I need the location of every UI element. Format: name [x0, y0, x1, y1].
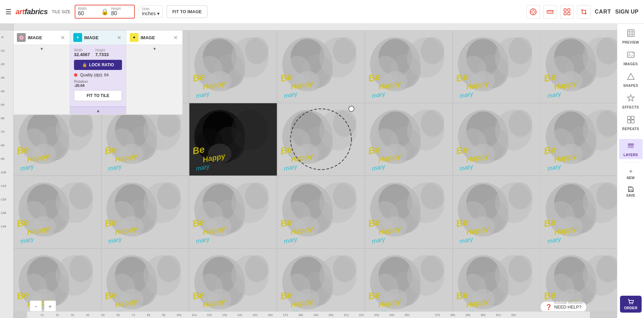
svg-rect-13: [564, 13, 566, 15]
br-101: 101: [176, 313, 181, 317]
br-181: 181: [298, 313, 303, 317]
quality-label: Quality (dpi): 64: [80, 73, 109, 77]
layers-row: 🌸 IMAGE ✕ ✦ IMAGE ✕ ✦ I: [14, 30, 182, 45]
layer-3-expand[interactable]: ▾: [126, 45, 182, 52]
tile-size-inputs: Width 🔒 Height: [75, 5, 135, 19]
crop-icon: [580, 8, 588, 16]
zoom-controls: － ＋: [30, 300, 56, 313]
cart-button[interactable]: CART: [595, 9, 611, 15]
canvas[interactable]: Be Happy mary: [14, 30, 617, 318]
units-select[interactable]: Units Inches ▾: [139, 5, 163, 18]
svg-point-52: [349, 106, 354, 112]
images-button[interactable]: IMAGES: [619, 48, 643, 68]
preview-label: PREVIEW: [622, 41, 639, 44]
svg-rect-14: [568, 13, 570, 15]
repeats-icon: [627, 116, 635, 126]
image-controls-panel: Width 32.4067 Height 7.7333: [70, 45, 126, 106]
fit-to-tile-button[interactable]: FIT TO TILE: [74, 90, 122, 101]
layer-1-thumb: 🌸: [17, 33, 26, 42]
svg-rect-42: [189, 103, 277, 176]
br-271: 271: [435, 313, 440, 317]
shapes-icon: [627, 72, 635, 82]
layer-1-expand[interactable]: ▾: [14, 45, 70, 52]
svg-rect-67: [631, 120, 634, 123]
header-icons: [526, 5, 591, 19]
width-input[interactable]: [78, 10, 98, 17]
height-input[interactable]: [111, 10, 131, 17]
signup-button[interactable]: SIGN UP: [615, 9, 639, 15]
v-ruler-neg39: -39: [0, 76, 4, 79]
br-141: 141: [237, 313, 242, 317]
v-ruler-neg29: -29: [0, 63, 4, 66]
new-button[interactable]: ＋ NEW: [620, 165, 642, 182]
collapse-active-panel[interactable]: ▴: [70, 106, 126, 114]
br-281: 281: [450, 313, 455, 317]
fit-to-image-button[interactable]: FIT TO IMAGE: [167, 5, 207, 18]
layer-1[interactable]: 🌸 IMAGE ✕: [14, 30, 70, 45]
quality-dot: [74, 73, 77, 77]
lock-ratio-button[interactable]: 🔒 LOCK RATIO: [74, 60, 122, 70]
svg-rect-70: [628, 147, 634, 148]
layer-2-name: IMAGE: [84, 35, 99, 40]
v-ruler-neg79: -79: [0, 130, 4, 133]
ruler-icon: [546, 8, 554, 16]
layer-3[interactable]: ✦ IMAGE ✕: [126, 30, 182, 45]
v-ruler-neg9: -9: [1, 35, 3, 39]
order-button[interactable]: ORDER: [620, 296, 642, 313]
effects-button[interactable]: EFFECTS: [619, 91, 643, 112]
layer-3-delete[interactable]: ✕: [172, 34, 179, 41]
target-icon-button[interactable]: [526, 5, 540, 19]
v-ruler-neg69: -69: [0, 117, 4, 120]
tile-size-label: TILE SIZE: [52, 9, 70, 14]
bottom-ruler: 11 21 31 41 51 61 71 81 91 101 111 121 1…: [27, 311, 590, 318]
v-ruler-neg119: -119: [0, 184, 6, 188]
v-ruler-neg99: -99: [0, 157, 4, 161]
br-171: 171: [283, 313, 288, 317]
grid-icon-button[interactable]: [560, 5, 574, 19]
rotation-row: Rotation -20.04: [74, 79, 122, 88]
img-width-value: 32.4067: [74, 52, 90, 57]
cart-icon: [627, 298, 634, 305]
zoom-in-button[interactable]: ＋: [44, 300, 56, 313]
img-height-label: Height: [95, 48, 109, 52]
layer-2-delete[interactable]: ✕: [116, 34, 123, 41]
svg-rect-71: [629, 190, 632, 192]
br-301: 301: [480, 313, 486, 317]
br-21: 21: [56, 313, 59, 317]
svg-point-74: [631, 303, 633, 304]
hamburger-menu[interactable]: ☰: [5, 8, 11, 16]
lock-button[interactable]: 🔒: [100, 8, 110, 16]
br-241: 241: [389, 313, 394, 317]
quality-row: Quality (dpi): 64: [74, 73, 122, 77]
layers-button[interactable]: LAYERS: [619, 139, 643, 159]
layers-icon: [627, 142, 635, 152]
layer-1-delete[interactable]: ✕: [59, 34, 66, 41]
save-button[interactable]: SAVE: [620, 183, 642, 200]
ruler-icon-button[interactable]: [543, 5, 557, 19]
br-201: 201: [328, 313, 333, 317]
br-291: 291: [465, 313, 470, 317]
crop-icon-button[interactable]: [577, 5, 591, 19]
wh-row: Width 32.4067 Height 7.7333: [74, 48, 122, 57]
layer-2-thumb: ✦: [73, 33, 82, 42]
br-151: 151: [252, 313, 257, 317]
units-label: Units: [142, 7, 159, 11]
layer-2[interactable]: ✦ IMAGE ✕: [70, 30, 126, 45]
br-91: 91: [162, 313, 166, 317]
img-height-value: 7.7333: [95, 52, 109, 57]
zoom-out-button[interactable]: －: [30, 300, 42, 313]
collapse-button[interactable]: ▴: [70, 108, 126, 113]
shapes-button[interactable]: SHAPES: [619, 70, 643, 90]
br-31: 31: [71, 313, 74, 317]
svg-rect-12: [568, 9, 570, 11]
save-label: SAVE: [626, 194, 635, 197]
plus-icon: ＋: [628, 167, 634, 175]
lock-icon: 🔒: [82, 63, 87, 67]
br-41: 41: [86, 313, 90, 317]
preview-button[interactable]: PREVIEW: [619, 26, 643, 47]
images-label: IMAGES: [623, 62, 638, 66]
repeats-button[interactable]: REPEATS: [619, 113, 643, 133]
svg-point-73: [629, 303, 630, 304]
svg-rect-72: [629, 187, 631, 188]
sidebar-divider-2: [621, 162, 641, 162]
